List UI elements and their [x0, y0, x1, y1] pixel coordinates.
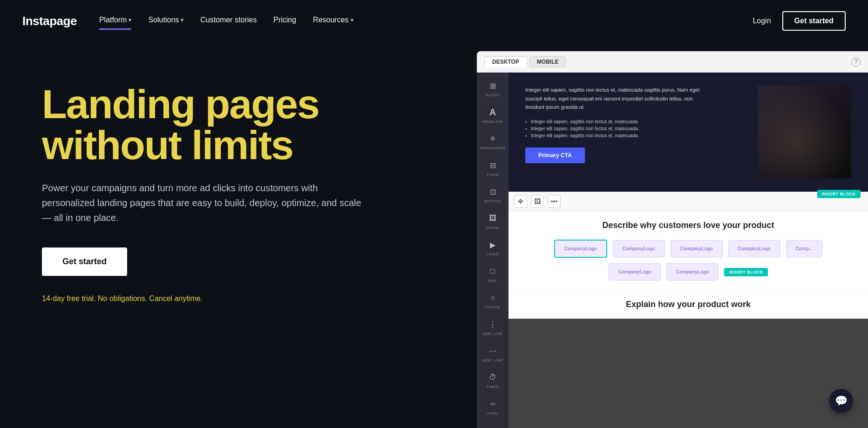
- editor-topbar: DESKTOP MOBILE ?: [477, 51, 868, 73]
- canvas-explain-section: Explain how your product work: [509, 290, 868, 319]
- tool-html[interactable]: <> HTML: [477, 395, 509, 419]
- nav-right: Login Get started: [753, 11, 846, 31]
- image-icon: 🖼: [487, 213, 498, 224]
- tool-ver-line-label: VER. LINE: [482, 332, 502, 336]
- bullet-item: Integer elit sapien, sagittis non lectus…: [525, 133, 751, 138]
- tool-button[interactable]: ⊡ BUTTON: [477, 182, 509, 207]
- nav-links: Platform ▾ Solutions ▾ Customer stories …: [99, 16, 753, 26]
- tool-ver-line[interactable]: ⋮ VER. LINE: [477, 315, 509, 340]
- insert-block-button-top[interactable]: INSERT BLOCK: [817, 190, 861, 198]
- tool-circle[interactable]: ○ CIRCLE: [477, 288, 509, 313]
- chevron-down-icon: ▾: [351, 17, 353, 23]
- hero-title: Landing pages without limits: [42, 84, 368, 166]
- move-tool-button[interactable]: ✥: [514, 195, 527, 208]
- canvas-bullet-list: Integer elit sapien, sagittis non lectus…: [525, 119, 751, 138]
- get-started-hero-button[interactable]: Get started: [42, 247, 127, 276]
- tool-image[interactable]: 🖼 IMAGE: [477, 209, 509, 234]
- nav-link-pricing[interactable]: Pricing: [273, 16, 296, 26]
- hero-subtitle: Power your campaigns and turn more ad cl…: [42, 181, 368, 225]
- canvas-logos-row: CompanyLogo CompanyLogo CompanyLogo Comp…: [520, 240, 857, 258]
- login-button[interactable]: Login: [753, 17, 771, 25]
- site-logo[interactable]: Instapage: [22, 14, 77, 28]
- nav-link-customer-stories[interactable]: Customer stories: [200, 16, 257, 26]
- ver-line-icon: ⋮: [487, 319, 498, 330]
- tool-form-label: FORM: [487, 173, 499, 177]
- more-tool-button[interactable]: •••: [548, 195, 561, 208]
- box-icon: □: [487, 266, 498, 277]
- image-tool-button[interactable]: 🖼: [531, 195, 544, 208]
- tool-block-label: BLOCK: [486, 93, 500, 97]
- tool-hor-line-label: HOR. LINE: [482, 358, 503, 362]
- nav-link-resources[interactable]: Resources ▾: [313, 16, 353, 26]
- tool-html-label: HTML: [487, 411, 498, 415]
- editor-body: ⊞ BLOCK A HEADLINE ≡ PARAGRAPH ⊟ FORM: [477, 73, 868, 428]
- chat-widget[interactable]: 💬: [829, 389, 853, 413]
- editor-sidebar: ⊞ BLOCK A HEADLINE ≡ PARAGRAPH ⊟ FORM: [477, 73, 509, 428]
- tool-timer-label: TIMER: [486, 385, 499, 389]
- form-icon: ⊟: [487, 160, 498, 171]
- hor-line-icon: ⋯: [487, 345, 498, 356]
- tab-desktop[interactable]: DESKTOP: [484, 56, 527, 67]
- tool-video-label: VIDEO: [486, 252, 499, 256]
- nav-link-solutions[interactable]: Solutions ▾: [148, 16, 183, 26]
- canvas-logo-2[interactable]: CompanyLogo: [613, 240, 665, 257]
- product-screenshot: DESKTOP MOBILE ? ⊞ BLOCK A HEADLINE: [477, 51, 868, 428]
- nav-link-platform[interactable]: Platform ▾: [99, 16, 132, 26]
- tool-box-label: BOX: [488, 279, 497, 283]
- tool-headline[interactable]: A HEADLINE: [477, 103, 509, 127]
- chevron-down-icon: ▾: [129, 17, 131, 23]
- tool-form[interactable]: ⊟ FORM: [477, 156, 509, 181]
- canvas-body-text: Integer elit sapien, sagittis non lectus…: [525, 86, 712, 112]
- editor-canvas: Integer elit sapien, sagittis non lectus…: [509, 73, 868, 428]
- chat-icon: 💬: [835, 395, 848, 407]
- insert-block-button-bottom[interactable]: INSERT BLOCK: [724, 268, 768, 276]
- tool-box[interactable]: □ BOX: [477, 262, 509, 287]
- tool-paragraph[interactable]: ≡ PARAGRAPH: [477, 129, 509, 154]
- tab-mobile[interactable]: MOBILE: [529, 56, 567, 67]
- tool-circle-label: CIRCLE: [485, 305, 500, 309]
- tool-button-label: BUTTON: [484, 199, 501, 203]
- canvas-primary-cta[interactable]: Primary CTA: [525, 147, 585, 163]
- bullet-item: Integer elit sapien, sagittis non lectus…: [525, 119, 751, 124]
- tool-image-label: IMAGE: [486, 226, 499, 230]
- bullet-item: Integer elit sapien, sagittis non lectus…: [525, 126, 751, 131]
- timer-icon: ⏱: [487, 372, 498, 383]
- html-icon: <>: [487, 398, 498, 409]
- navbar: Instapage Platform ▾ Solutions ▾ Custome…: [0, 0, 868, 42]
- headline-icon: A: [487, 107, 498, 118]
- canvas-logo-row2-2[interactable]: CompanyLogo: [666, 263, 719, 281]
- tool-hor-line[interactable]: ⋯ HOR. LINE: [477, 341, 509, 366]
- tool-block[interactable]: ⊞ BLOCK: [477, 76, 509, 101]
- tool-video[interactable]: ▶ VIDEO: [477, 235, 509, 260]
- canvas-explain-title: Explain how your product work: [520, 300, 857, 309]
- block-icon: ⊞: [487, 80, 498, 91]
- canvas-logo-1[interactable]: CompanyLogo: [554, 240, 607, 258]
- paragraph-icon: ≡: [487, 133, 498, 144]
- circle-icon: ○: [487, 292, 498, 303]
- tool-headline-label: HEADLINE: [482, 120, 503, 124]
- help-icon[interactable]: ?: [851, 57, 861, 67]
- canvas-logo-4[interactable]: CompanyLogo: [728, 240, 780, 257]
- tool-paragraph-label: PARAGRAPH: [480, 146, 505, 150]
- video-icon: ▶: [487, 239, 498, 250]
- hero-content: Landing pages without limits Power your …: [42, 70, 368, 303]
- tool-timer[interactable]: ⏱ TIMER: [477, 368, 509, 393]
- button-icon: ⊡: [487, 186, 498, 197]
- canvas-logo-3[interactable]: CompanyLogo: [671, 240, 723, 257]
- editor-tabs: DESKTOP MOBILE: [484, 56, 566, 67]
- hero-section: Landing pages without limits Power your …: [0, 42, 868, 428]
- canvas-dark-section: Integer elit sapien, sagittis non lectus…: [509, 73, 868, 192]
- get-started-nav-button[interactable]: Get started: [782, 11, 846, 31]
- canvas-white-section: Describe why customers love your product…: [509, 211, 868, 290]
- canvas-section-title: Describe why customers love your product: [520, 221, 857, 230]
- chevron-down-icon: ▾: [181, 17, 183, 23]
- block-tools-row: ✥ 🖼 •••: [509, 192, 868, 211]
- canvas-logo-row2-1[interactable]: CompanyLogo: [609, 263, 661, 281]
- canvas-logo-5[interactable]: Comp...: [786, 240, 823, 257]
- trial-text: 14-day free trial. No obligations. Cance…: [42, 294, 368, 303]
